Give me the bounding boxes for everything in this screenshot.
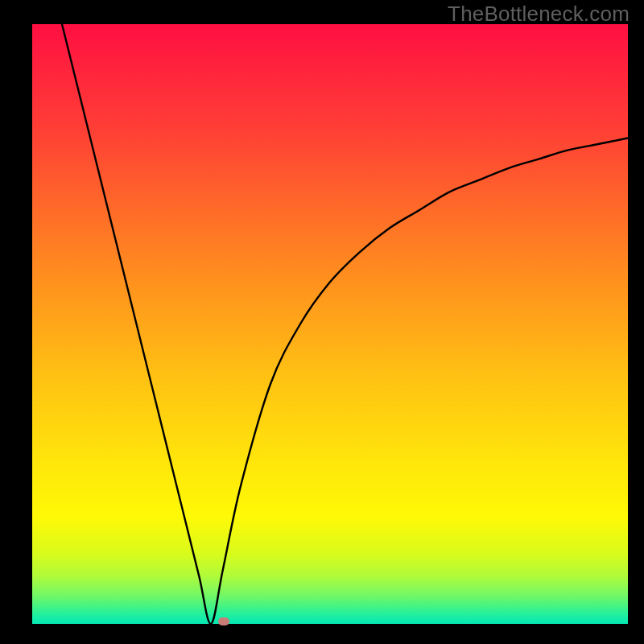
gradient-background bbox=[32, 24, 628, 624]
chart-container: TheBottleneck.com bbox=[0, 0, 644, 644]
optimal-point-marker bbox=[218, 617, 229, 625]
plot-area bbox=[32, 24, 628, 624]
plot-svg bbox=[32, 24, 628, 624]
watermark-text: TheBottleneck.com bbox=[448, 2, 630, 27]
